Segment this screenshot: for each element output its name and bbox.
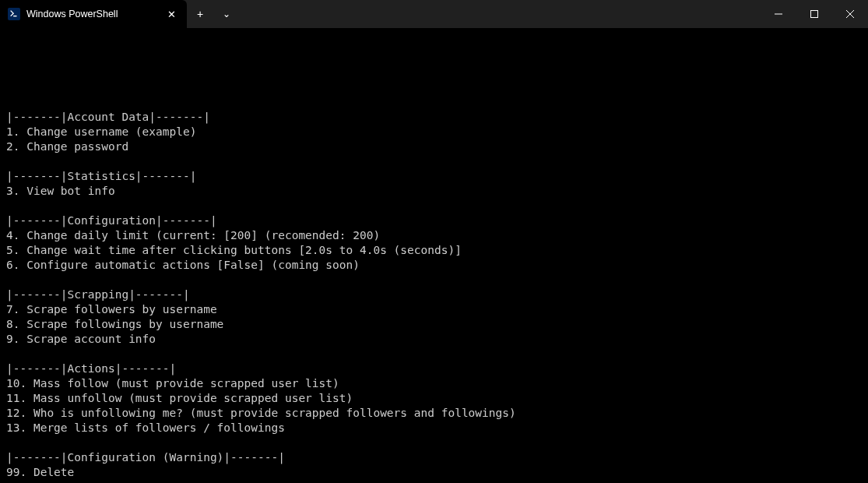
tab-close-button[interactable]: ✕ <box>163 6 179 22</box>
menu-item: 1. Change username (example) <box>6 125 862 139</box>
section-header: |-------|Actions|-------| <box>6 361 862 376</box>
menu-item: 2. Change password <box>6 139 862 154</box>
section-header: |-------|Configuration|-------| <box>6 213 862 228</box>
section-header: |-------|Statistics|-------| <box>6 169 862 184</box>
titlebar: Windows PowerShell ✕ + ⌄ <box>0 0 868 28</box>
menu-item: 10. Mass follow (must provide scrapped u… <box>6 376 862 391</box>
menu-item: 99. Delete <box>6 465 862 480</box>
menu-item: 7. Scrape followers by username <box>6 302 862 317</box>
menu-item: 5. Change wait time after clicking butto… <box>6 243 862 258</box>
menu-item: 11. Mass unfollow (must provide scrapped… <box>6 391 862 406</box>
section-header: |-------|Scrapping|-------| <box>6 287 862 302</box>
menu-item: 9. Scrape account info <box>6 332 862 347</box>
powershell-icon <box>8 8 20 20</box>
menu-item: 13. Merge lists of followers / following… <box>6 421 862 435</box>
menu-item: 4. Change daily limit (current: [200] (r… <box>6 228 862 243</box>
menu-item: 3. View bot info <box>6 184 862 199</box>
menu-item: 6. Configure automatic actions [False] (… <box>6 258 862 273</box>
window-close-button[interactable] <box>832 0 868 28</box>
menu-item: 8. Scrape followings by username <box>6 317 862 332</box>
active-tab[interactable]: Windows PowerShell ✕ <box>0 0 187 28</box>
menu-item: 12. Who is unfollowing me? (must provide… <box>6 406 862 421</box>
window-controls <box>761 0 868 28</box>
tab-title: Windows PowerShell <box>26 9 157 19</box>
section-header: |-------|Account Data|-------| <box>6 110 862 125</box>
minimize-button[interactable] <box>761 0 796 28</box>
tab-dropdown-button[interactable]: ⌄ <box>213 0 240 28</box>
terminal-output[interactable]: |-------|Account Data|-------|1. Change … <box>0 28 868 483</box>
tabstrip: + ⌄ <box>187 0 761 28</box>
section-header: |-------|Configuration (Warning)|-------… <box>6 450 862 465</box>
svg-rect-1 <box>811 11 818 18</box>
maximize-button[interactable] <box>796 0 832 28</box>
new-tab-button[interactable]: + <box>187 0 213 28</box>
